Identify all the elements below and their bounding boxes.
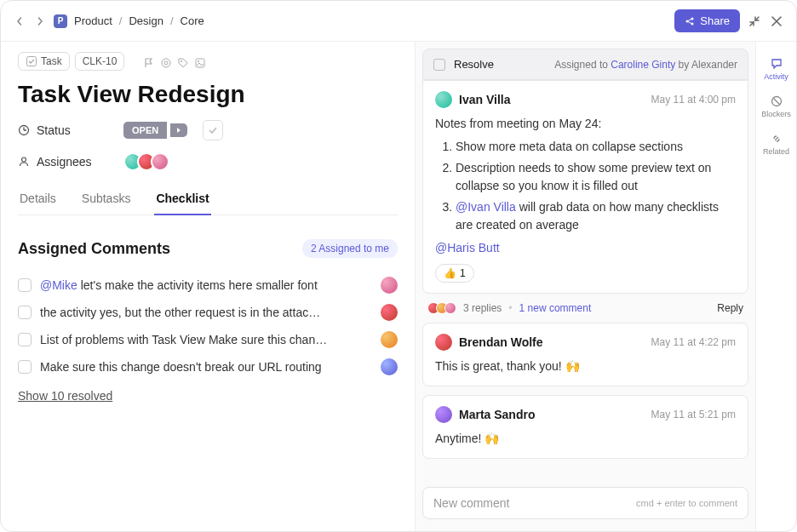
comment-time: May 11 at 5:21 pm xyxy=(651,409,736,420)
complete-checkbox[interactable] xyxy=(203,120,223,140)
status-next-button[interactable] xyxy=(170,123,187,137)
show-resolved-link[interactable]: Show 10 resolved xyxy=(18,389,112,403)
nav-back-button[interactable] xyxy=(13,14,26,28)
checklist-checkbox[interactable] xyxy=(18,306,32,319)
replies-count[interactable]: 3 replies xyxy=(463,302,502,314)
close-icon[interactable] xyxy=(769,14,784,29)
tag-icon[interactable] xyxy=(175,55,187,67)
chat-icon xyxy=(770,57,783,71)
block-icon xyxy=(770,94,783,108)
tabs: Details Subtasks Checklist xyxy=(18,183,398,215)
flag-icon[interactable] xyxy=(141,55,153,67)
comment-body: This is great, thank you! 🙌 xyxy=(435,358,736,375)
person-icon xyxy=(18,156,30,168)
comment-card: Brendan Wolfe May 11 at 4:22 pm This is … xyxy=(422,323,748,386)
avatar[interactable] xyxy=(151,152,169,171)
avatar[interactable] xyxy=(435,91,452,108)
project-icon: P xyxy=(54,14,67,28)
thread-footer: 3 replies • 1 new comment Reply xyxy=(422,302,748,314)
breadcrumb-separator: / xyxy=(170,14,174,27)
status-icon xyxy=(18,124,30,136)
task-id-chip[interactable]: CLK-10 xyxy=(75,52,125,71)
checklist-text: the activity yes, but the other request … xyxy=(40,306,372,319)
svg-point-10 xyxy=(22,157,26,162)
checklist-text: List of problems with Task View Make sur… xyxy=(40,333,372,346)
status-row: Status OPEN xyxy=(18,120,398,140)
tab-subtasks[interactable]: Subtasks xyxy=(80,183,133,215)
task-type-label: Task xyxy=(41,55,62,67)
new-comments-link[interactable]: 1 new comment xyxy=(519,302,592,314)
comment-time: May 11 at 4:00 pm xyxy=(651,94,736,106)
task-title[interactable]: Task View Redesign xyxy=(18,81,398,108)
resolve-label: Resolve xyxy=(454,58,554,71)
checklist-item[interactable]: Make sure this change doesn't break our … xyxy=(18,353,398,380)
checklist-text: @Mike let's make the activity items here… xyxy=(40,278,372,292)
thread-header: Resolve Assigned to Caroline Ginty by Al… xyxy=(422,49,748,80)
section-title: Assigned Comments xyxy=(18,240,170,258)
reaction-count: 1 xyxy=(460,267,466,279)
task-icon xyxy=(26,55,37,67)
avatar[interactable] xyxy=(381,331,398,348)
reaction-emoji: 👍 xyxy=(444,267,456,279)
checklist-item[interactable]: List of problems with Task View Make sur… xyxy=(18,326,398,353)
assignees-avatars[interactable] xyxy=(123,152,169,171)
topbar: P Product / Design / Core Share xyxy=(1,1,796,42)
tab-details[interactable]: Details xyxy=(18,183,58,215)
mention[interactable]: @Haris Butt xyxy=(435,241,500,255)
svg-point-6 xyxy=(181,60,182,62)
sidenav-item-related[interactable]: Related xyxy=(756,127,796,161)
assignees-row: Assignees xyxy=(18,152,398,171)
checklist-item[interactable]: the activity yes, but the other request … xyxy=(18,299,398,326)
link-icon xyxy=(770,132,783,146)
sidenav-label: Related xyxy=(763,147,789,156)
reply-button[interactable]: Reply xyxy=(717,302,743,314)
status-badge[interactable]: OPEN xyxy=(123,122,167,139)
breadcrumb-item[interactable]: Core xyxy=(181,14,204,27)
assigned-count-badge[interactable]: 2 Assigned to me xyxy=(302,239,398,258)
checklist-checkbox[interactable] xyxy=(18,278,32,292)
checklist-checkbox[interactable] xyxy=(18,360,32,374)
comment-time: May 11 at 4:22 pm xyxy=(651,336,736,348)
task-type-chip[interactable]: Task xyxy=(18,52,70,71)
tab-checklist[interactable]: Checklist xyxy=(154,183,210,215)
breadcrumb: P Product / Design / Core xyxy=(54,14,204,28)
nav-forward-button[interactable] xyxy=(33,14,47,28)
reaction-button[interactable]: 👍 1 xyxy=(435,264,474,283)
sidenav-label: Blockers xyxy=(761,110,791,118)
task-chips: Task CLK-10 xyxy=(18,52,398,71)
share-button-label: Share xyxy=(700,14,730,27)
image-icon[interactable] xyxy=(192,55,204,67)
new-comment-hint: cmd + enter to comment xyxy=(636,498,737,508)
checklist-checkbox[interactable] xyxy=(18,333,32,346)
svg-point-8 xyxy=(198,60,199,62)
sidenav-label: Activity xyxy=(764,72,788,81)
comment-author: Ivan Villa xyxy=(459,93,645,106)
status-label: Status xyxy=(37,123,71,137)
target-icon[interactable] xyxy=(158,55,170,67)
avatar[interactable] xyxy=(435,406,452,423)
resolve-checkbox[interactable] xyxy=(433,59,445,71)
sidenav-item-activity[interactable]: Activity xyxy=(756,52,796,86)
new-comment-input[interactable]: New comment cmd + enter to comment xyxy=(422,487,748,519)
mention[interactable]: @Ivan Villa xyxy=(456,200,516,214)
mention[interactable]: @Mike xyxy=(40,278,77,292)
checklist-item[interactable]: @Mike let's make the activity items here… xyxy=(18,272,398,299)
avatar[interactable] xyxy=(435,334,452,351)
svg-point-5 xyxy=(164,61,168,65)
reply-avatars xyxy=(427,302,456,314)
sidenav-item-blockers[interactable]: Blockers xyxy=(756,89,796,123)
comment-card: Marta Sandro May 11 at 5:21 pm Anytime! … xyxy=(422,395,748,459)
breadcrumb-item[interactable]: Design xyxy=(129,14,163,27)
avatar[interactable] xyxy=(381,358,398,375)
comment-body: Anytime! 🙌 xyxy=(435,430,736,448)
sidenav: Activity Blockers Related xyxy=(755,42,796,531)
checklist-text: Make sure this change doesn't break our … xyxy=(40,360,372,374)
avatar[interactable] xyxy=(381,304,398,321)
breadcrumb-separator: / xyxy=(119,14,123,27)
svg-rect-3 xyxy=(27,57,37,66)
collapse-icon[interactable] xyxy=(747,14,762,29)
share-button[interactable]: Share xyxy=(674,9,740,32)
comment-card: Ivan Villa May 11 at 4:00 pm Notes from … xyxy=(422,80,748,294)
avatar[interactable] xyxy=(381,277,398,294)
breadcrumb-item[interactable]: Product xyxy=(74,14,112,27)
